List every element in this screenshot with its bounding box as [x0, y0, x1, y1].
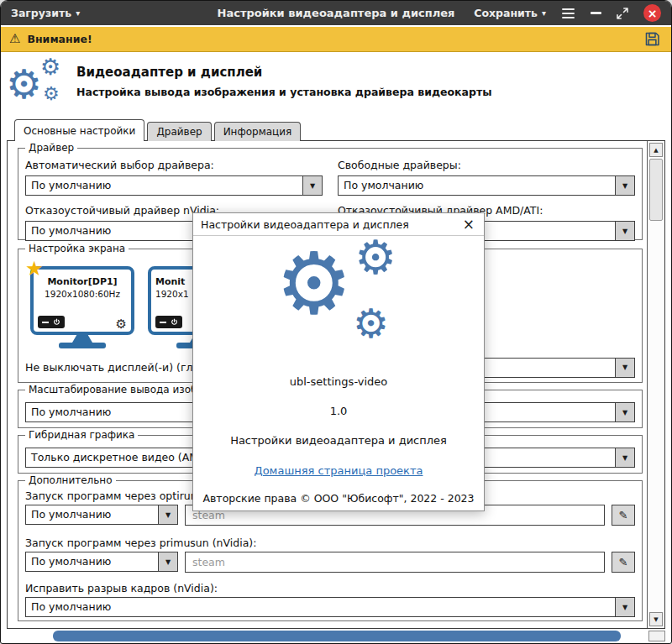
monitor-widget[interactable]: ★ Monitor[DP1] 1920x1080:60Hz ⚙: [30, 266, 134, 348]
menu-button[interactable]: [560, 7, 576, 20]
gear-icon: ⚙: [40, 55, 60, 78]
about-copyright: Авторские права © ООО "Юбисофт", 2022 - …: [193, 492, 484, 505]
page-header: ⚙ ⚙ ⚙ Видеоадаптер и дисплей Настройка в…: [1, 52, 671, 118]
tearfree-label: Исправить разрыв кадров (nVidia):: [25, 582, 218, 594]
about-link-row: Домашняя страница проекта: [193, 462, 484, 478]
about-version: 1.0: [193, 405, 484, 417]
chevron-down-icon: ▼: [615, 598, 634, 616]
load-button[interactable]: Загрузить ▾: [11, 7, 80, 19]
floppy-disk-icon: [643, 30, 661, 48]
gear-icon: ⚙: [276, 241, 352, 327]
primusrun-value: По умолчанию: [26, 552, 158, 571]
monitor-base: [59, 343, 106, 348]
tab-main-settings[interactable]: Основные настройки: [14, 119, 144, 141]
about-homepage-link[interactable]: Домашняя страница проекта: [255, 464, 423, 477]
horizontal-scrollbar-thumb[interactable]: [53, 631, 621, 641]
gear-icon: ⚙: [354, 234, 396, 281]
about-dialog-titlebar: Настройки видеоадаптера и дисплея ×: [193, 213, 484, 236]
gear-icon: ⚙: [6, 64, 42, 104]
vertical-scrollbar[interactable]: ▲ ▼: [647, 141, 664, 628]
about-gears-logo: ⚙ ⚙ ⚙: [193, 241, 484, 367]
free-drivers-select[interactable]: По умолчанию ▼: [338, 175, 635, 196]
free-drivers-value: По умолчанию: [339, 176, 615, 195]
tab-bar: Основные настройки Драйвер Информация: [1, 118, 671, 140]
caret-down-icon: ▾: [542, 9, 546, 18]
monitor-resolution: 1920x1080:60Hz: [34, 289, 131, 299]
vertical-scrollbar-thumb[interactable]: [649, 159, 663, 221]
chevron-down-icon: ▼: [302, 176, 322, 195]
primusrun-row: По умолчанию ▼ ✎: [25, 552, 635, 573]
chevron-down-icon: ▼: [615, 403, 634, 421]
optirun-value: По умолчанию: [26, 505, 158, 524]
monitor-disable-icon[interactable]: [42, 322, 49, 323]
scroll-down-button[interactable]: ▼: [649, 612, 663, 626]
monitor-controls: [38, 316, 65, 328]
monitor-name: Monitor[DP1]: [34, 276, 131, 287]
scroll-up-button[interactable]: ▲: [649, 143, 663, 157]
chevron-down-icon: ▼: [615, 448, 634, 467]
monitor-frame: ★ Monitor[DP1] 1920x1080:60Hz ⚙: [30, 266, 134, 335]
save-config-button[interactable]: [643, 30, 663, 48]
tearfree-row: По умолчанию ▼: [25, 597, 635, 618]
dpms-label: Не выключать дисплей(-и) (глоба: [25, 361, 212, 374]
monitor-stand: [72, 335, 92, 343]
auto-driver-select[interactable]: По умолчанию ▼: [25, 175, 323, 196]
primusrun-app-input[interactable]: [185, 552, 605, 573]
resize-corner[interactable]: [648, 631, 665, 641]
about-dialog-title: Настройки видеоадаптера и дисплея: [201, 218, 409, 231]
power-icon[interactable]: [53, 318, 60, 326]
power-icon[interactable]: [171, 318, 178, 326]
page-subtitle: Настройка вывода изображения и установка…: [76, 86, 491, 98]
field-free-drivers: Свободные драйверы: По умолчанию ▼: [338, 159, 635, 196]
load-button-label: Загрузить: [11, 7, 71, 19]
scroll-up-icon: ▲: [654, 147, 658, 154]
app-window: Загрузить ▾ Настройки видеоадаптера и ди…: [0, 0, 672, 644]
group-driver-legend: Драйвер: [25, 142, 77, 154]
warning-icon: ⚠: [9, 33, 20, 45]
monitor-controls: [155, 316, 182, 328]
optirun-select[interactable]: По умолчанию ▼: [25, 505, 178, 525]
group-hybrid-legend: Гибридная графика: [25, 429, 138, 441]
favorite-star-icon[interactable]: ★: [25, 259, 44, 279]
primusrun-select[interactable]: По умолчанию ▼: [25, 552, 178, 572]
warning-label: Внимание!: [27, 33, 92, 45]
edit-pencil-icon: ✎: [619, 556, 628, 568]
edit-pencil-icon: ✎: [619, 509, 628, 521]
optirun-edit-button[interactable]: ✎: [612, 505, 635, 526]
about-description: Настройки видеоадаптера и дисплея: [193, 434, 484, 447]
chevron-down-icon: ▼: [615, 222, 634, 240]
chevron-down-icon: ▼: [158, 552, 177, 571]
auto-driver-label: Автоматический выбор драйвера:: [25, 159, 323, 171]
header-text: Видеоадаптер и дисплей Настройка вывода …: [76, 52, 491, 98]
hamburger-icon: [562, 13, 575, 14]
gears-logo-icon: ⚙ ⚙ ⚙: [1, 52, 76, 118]
auto-driver-value: По умолчанию: [26, 176, 302, 195]
primusrun-edit-button[interactable]: ✎: [612, 552, 635, 573]
about-app-name: ubl-settings-video: [193, 375, 484, 388]
caret-down-icon: ▾: [76, 9, 80, 18]
maximize-button[interactable]: [616, 7, 629, 20]
primusrun-label: Запуск программ через primusun (nVidia):: [25, 537, 256, 549]
monitor-settings-icon[interactable]: ⚙: [116, 318, 127, 331]
minimize-button[interactable]: [591, 12, 601, 14]
expand-icon: [616, 7, 629, 20]
tab-driver[interactable]: Драйвер: [147, 122, 211, 141]
save-button[interactable]: Сохранить ▾: [474, 7, 546, 19]
hamburger-icon: [562, 17, 575, 18]
group-additional-legend: Дополнительно: [25, 474, 116, 486]
monitor-disable-icon[interactable]: [160, 322, 166, 323]
tab-information[interactable]: Информация: [214, 122, 302, 141]
about-dialog-close-button[interactable]: ×: [461, 217, 476, 232]
titlebar-actions: Сохранить ▾ ×: [474, 4, 661, 22]
chevron-down-icon: ▼: [158, 505, 177, 524]
tearfree-select[interactable]: По умолчанию ▼: [25, 597, 635, 617]
warning-bar: ⚠ Внимание!: [1, 27, 671, 52]
page-title: Видеоадаптер и дисплей: [76, 65, 491, 80]
chevron-down-icon: ▼: [615, 359, 634, 377]
horizontal-scrollbar[interactable]: [7, 629, 665, 643]
gear-icon: ⚙: [353, 303, 389, 343]
chevron-down-icon: ▼: [615, 176, 634, 195]
free-drivers-label: Свободные драйверы:: [338, 159, 635, 171]
about-dialog-body: ⚙ ⚙ ⚙ ubl-settings-video 1.0 Настройки в…: [193, 241, 484, 505]
close-button[interactable]: ×: [643, 4, 661, 22]
